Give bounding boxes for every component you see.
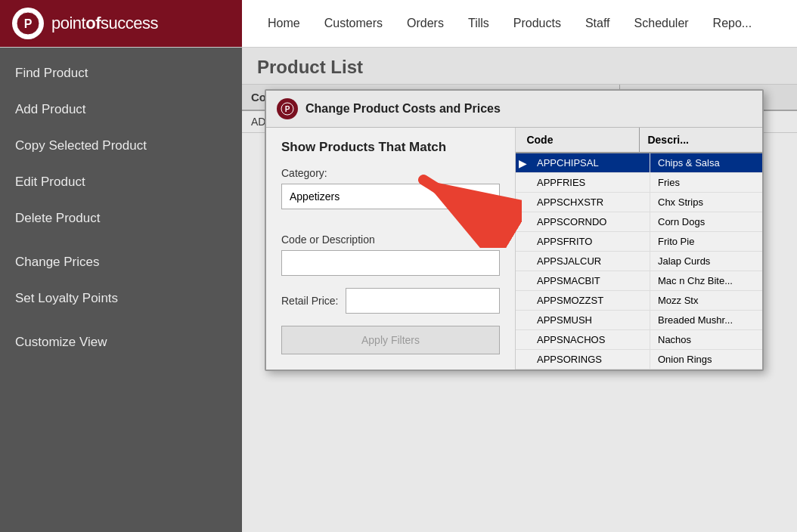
row-selection-arrow (516, 212, 529, 231)
list-item[interactable]: APPFRIES Fries (516, 173, 762, 193)
result-desc: Frito Pie (650, 232, 762, 251)
content-area: Product List Code Description ADDRACON b… (242, 48, 797, 532)
list-item[interactable]: APPSMACBIT Mac n Chz Bite... (516, 271, 762, 291)
logo-text: pointofsuccess (51, 14, 158, 33)
row-selection-arrow (516, 271, 529, 290)
list-item[interactable]: APPSMOZZST Mozz Stx (516, 291, 762, 311)
nav-home[interactable]: Home (257, 11, 311, 36)
sidebar-item-add-product[interactable]: Add Product (0, 91, 242, 128)
sidebar-item-delete-product[interactable]: Delete Product (0, 200, 242, 237)
results-header: Code Descri... (516, 128, 762, 153)
row-selection-arrow (516, 311, 529, 329)
nav-customers[interactable]: Customers (314, 11, 393, 36)
apply-filters-button[interactable]: Apply Filters (281, 326, 500, 354)
results-col-code: Code (519, 128, 640, 152)
list-item[interactable]: APPSFRITO Frito Pie (516, 232, 762, 252)
category-select-wrapper: All Appetizers Beverages Desserts Entree… (281, 184, 500, 221)
dialog-title-bar: P Change Product Costs and Prices (266, 91, 762, 128)
row-selection-arrow (516, 350, 529, 369)
dialog-title-text: Change Product Costs and Prices (305, 102, 501, 116)
code-desc-input[interactable] (281, 250, 500, 276)
top-nav: P pointofsuccess Home Customers Orders T… (0, 0, 797, 48)
result-code: APPSCHXSTR (529, 193, 650, 212)
nav-scheduler[interactable]: Scheduler (624, 11, 699, 36)
result-code: APPSNACHOS (529, 330, 650, 349)
nav-reports[interactable]: Repo... (702, 11, 763, 36)
result-code: APPSMUSH (529, 311, 650, 329)
nav-links: Home Customers Orders Tills Products Sta… (242, 0, 777, 47)
category-label: Category: (281, 167, 500, 179)
result-desc: Onion Rings (650, 350, 762, 369)
result-desc: Fries (650, 173, 762, 192)
row-selection-arrow (516, 173, 529, 192)
sidebar-item-edit-product[interactable]: Edit Product (0, 164, 242, 200)
sidebar-item-change-prices[interactable]: Change Prices (0, 244, 242, 280)
result-desc: Chx Strips (650, 193, 762, 212)
nav-tills[interactable]: Tills (457, 11, 500, 36)
list-item[interactable]: APPSORINGS Onion Rings (516, 350, 762, 370)
main-area: Find Product Add Product Copy Selected P… (0, 48, 797, 532)
list-item[interactable]: APPSNACHOS Nachos (516, 330, 762, 350)
filter-panel-title: Show Products That Match (281, 140, 500, 155)
retail-price-label: Retail Price: (281, 295, 338, 307)
category-select[interactable]: All Appetizers Beverages Desserts Entree… (281, 184, 500, 209)
result-code: APPSJALCUR (529, 252, 650, 271)
retail-price-input[interactable] (346, 288, 500, 314)
row-selection-arrow: ▶ (516, 153, 529, 172)
result-code: APPSMOZZST (529, 291, 650, 310)
sidebar-item-copy-product[interactable]: Copy Selected Product (0, 128, 242, 164)
code-desc-label: Code or Description (281, 234, 500, 246)
nav-products[interactable]: Products (503, 11, 572, 36)
row-selection-arrow (516, 252, 529, 271)
result-code: APPSFRITO (529, 232, 650, 251)
results-col-desc: Descri... (640, 128, 762, 152)
nav-orders[interactable]: Orders (396, 11, 454, 36)
sidebar-item-customize-view[interactable]: Customize View (0, 324, 242, 360)
sidebar-item-find-product[interactable]: Find Product (0, 55, 242, 91)
sidebar: Find Product Add Product Copy Selected P… (0, 48, 242, 532)
row-selection-arrow (516, 193, 529, 212)
result-desc: Jalap Curds (650, 252, 762, 271)
filter-panel: Show Products That Match Category: All A… (266, 128, 516, 370)
row-selection-arrow (516, 330, 529, 349)
svg-text:P: P (285, 105, 290, 113)
svg-text:P: P (24, 17, 33, 30)
results-rows: ▶ APPCHIPSAL Chips & Salsa APPFRIES Frie… (516, 153, 762, 370)
list-item[interactable]: APPSCHXSTR Chx Strips (516, 193, 762, 212)
result-desc: Mozz Stx (650, 291, 762, 310)
result-code: APPFRIES (529, 173, 650, 192)
row-selection-arrow (516, 232, 529, 251)
sidebar-item-loyalty-points[interactable]: Set Loyalty Points (0, 280, 242, 317)
result-desc: Breaded Mushr... (650, 311, 762, 329)
list-item[interactable]: ▶ APPCHIPSAL Chips & Salsa (516, 153, 762, 173)
dialog-title-icon: P (277, 98, 298, 119)
result-code: APPSMACBIT (529, 271, 650, 290)
list-item[interactable]: APPSJALCUR Jalap Curds (516, 252, 762, 271)
row-selection-arrow (516, 291, 529, 310)
results-panel: Code Descri... ▶ APPCHIPSAL Chips & Sals… (516, 128, 762, 370)
list-item[interactable]: APPSCORNDO Corn Dogs (516, 212, 762, 232)
result-desc: Corn Dogs (650, 212, 762, 231)
result-code: APPCHIPSAL (529, 153, 650, 172)
nav-staff[interactable]: Staff (575, 11, 621, 36)
dialog-body: Show Products That Match Category: All A… (266, 128, 762, 370)
result-code: APPSCORNDO (529, 212, 650, 231)
logo-icon: P (12, 8, 44, 39)
change-prices-dialog: P Change Product Costs and Prices Show P… (265, 89, 764, 371)
list-item[interactable]: APPSMUSH Breaded Mushr... (516, 311, 762, 330)
logo-area: P pointofsuccess (0, 0, 242, 47)
result-desc: Nachos (650, 330, 762, 349)
result-desc: Mac n Chz Bite... (650, 271, 762, 290)
retail-price-row: Retail Price: (281, 288, 500, 314)
result-desc: Chips & Salsa (650, 153, 762, 172)
result-code: APPSORINGS (529, 350, 650, 369)
